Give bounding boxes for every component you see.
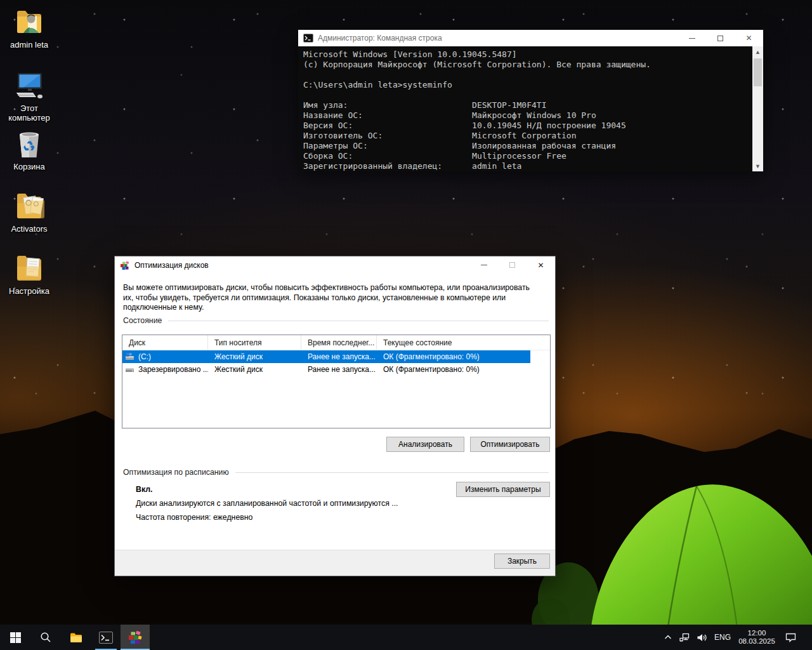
scroll-down-icon[interactable]: ▼ xyxy=(752,161,763,171)
cmd-console[interactable]: Microsoft Windows [Version 10.0.19045.54… xyxy=(298,46,752,171)
cmd-window: Администратор: Командная строка ✕ Micros… xyxy=(298,30,763,171)
analyze-button[interactable]: Анализировать xyxy=(386,437,464,452)
console-line xyxy=(303,90,752,100)
optimize-button[interactable]: Оптимизировать xyxy=(470,437,550,452)
table-row-drive-c[interactable]: (C:) Жесткий диск Ранее не запуска... ОК… xyxy=(122,350,530,363)
change-settings-button[interactable]: Изменить параметры xyxy=(456,482,550,497)
console-line: Сборка ОС: Multiprocessor Free xyxy=(303,151,752,161)
action-center-icon xyxy=(785,632,796,642)
cmd-icon xyxy=(303,33,313,43)
search-icon xyxy=(40,632,51,643)
dialog-body: Вы можете оптимизировать диски, чтобы по… xyxy=(115,274,555,550)
folder-gears-icon xyxy=(14,190,44,222)
windows-logo-icon xyxy=(10,632,21,643)
dialog-description: Вы можете оптимизировать диски, чтобы по… xyxy=(123,283,534,313)
defrag-taskbar-icon xyxy=(128,630,143,645)
folder-document-icon xyxy=(14,253,44,284)
cmd-taskbar-icon xyxy=(99,632,113,644)
desktop-icon-admin-leta[interactable]: admin leta xyxy=(0,6,58,50)
taskbar-cmd-button[interactable] xyxy=(91,625,121,650)
defrag-icon xyxy=(120,260,130,270)
desktop-icon-recycle-bin[interactable]: Корзина xyxy=(0,128,58,171)
scrollbar-thumb[interactable] xyxy=(754,58,762,86)
dialog-title: Оптимизация дисков xyxy=(134,261,209,270)
tray-chevron-button[interactable] xyxy=(660,625,676,650)
desktop-icon-activators[interactable]: Activators xyxy=(0,190,58,234)
this-pc-icon xyxy=(13,71,45,102)
cell-last-run: Ранее не запуска... xyxy=(301,352,377,361)
action-center-button[interactable] xyxy=(779,625,802,650)
tray-clock[interactable]: 12:00 08.03.2025 xyxy=(735,625,779,650)
tray-language-button[interactable]: ENG xyxy=(710,625,735,650)
column-header-current-status[interactable]: Текущее состояние xyxy=(377,335,550,350)
status-section-label: Состояние xyxy=(123,316,162,325)
desktop-icon-this-pc[interactable]: Этот компьютер xyxy=(0,71,58,123)
desktop-icon-label: Настройка xyxy=(9,286,49,296)
cell-last-run: Ранее не запуска... xyxy=(301,365,377,374)
column-header-disk[interactable]: Диск xyxy=(122,335,208,350)
cell-media-type: Жесткий диск xyxy=(208,352,301,361)
file-explorer-icon xyxy=(70,632,82,643)
console-line: C:\Users\admin leta>systeminfo xyxy=(303,80,752,90)
console-line: Изготовитель ОС: Microsoft Corporation xyxy=(303,131,752,141)
dialog-maximize-button xyxy=(498,256,527,274)
tray-volume-button[interactable] xyxy=(693,625,710,650)
divider xyxy=(235,472,549,473)
desktop-icon-label: admin leta xyxy=(10,40,48,50)
start-button[interactable] xyxy=(0,625,30,650)
desktop-icon-nastroyka[interactable]: Настройка xyxy=(0,253,58,296)
cmd-window-title: Администратор: Командная строка xyxy=(318,34,442,43)
console-line: Зарегистрированный владелец: admin leta xyxy=(303,161,752,171)
tray-network-button[interactable] xyxy=(676,625,693,650)
dialog-titlebar[interactable]: Оптимизация дисков ✕ xyxy=(115,256,555,274)
cmd-titlebar[interactable]: Администратор: Командная строка ✕ xyxy=(298,30,763,46)
dialog-minimize-button[interactable] xyxy=(469,256,498,274)
disk-table-header: Диск Тип носителя Время последнег... Тек… xyxy=(122,335,550,350)
console-line: Параметры ОС: Изолированная рабочая стан… xyxy=(303,141,752,151)
table-row-reserved[interactable]: Зарезервировано ... Жесткий диск Ранее н… xyxy=(122,363,550,376)
cell-media-type: Жесткий диск xyxy=(208,365,301,374)
schedule-status: Вкл. xyxy=(136,485,152,494)
scroll-up-icon[interactable]: ▲ xyxy=(752,46,763,57)
console-line: Имя узла: DESKTOP-1M0F4TI xyxy=(303,100,752,110)
taskbar-spacer xyxy=(150,625,660,650)
system-tray: ENG 12:00 08.03.2025 xyxy=(660,625,812,650)
close-button[interactable]: Закрыть xyxy=(494,554,550,569)
file-explorer-button[interactable] xyxy=(61,625,91,650)
schedule-description: Диски анализируются с запланированной ча… xyxy=(136,499,398,508)
disk-table: Диск Тип носителя Время последнег... Тек… xyxy=(122,335,551,428)
search-button[interactable] xyxy=(30,625,61,650)
taskbar-defrag-button[interactable] xyxy=(121,625,150,650)
tray-date: 08.03.2025 xyxy=(738,637,775,646)
network-icon xyxy=(679,632,690,642)
cmd-close-button[interactable]: ✕ xyxy=(735,30,763,46)
column-header-last-run[interactable]: Время последнег... xyxy=(301,335,377,350)
tray-time: 12:00 xyxy=(748,629,766,637)
console-line: Версия ОС: 10.0.19045 Н/Д построение 190… xyxy=(303,121,752,131)
schedule-section-label: Оптимизация по расписанию xyxy=(123,468,229,477)
desktop-icon-label: Корзина xyxy=(13,162,45,171)
dialog-close-button[interactable]: ✕ xyxy=(527,256,555,274)
cell-disk: Зарезервировано ... xyxy=(138,365,208,374)
volume-icon xyxy=(697,633,707,642)
chevron-up-icon xyxy=(664,633,672,642)
desktop-icon-label: Activators xyxy=(11,224,47,234)
schedule-frequency: Частота повторения: ежедневно xyxy=(136,513,252,522)
user-folder-icon xyxy=(14,6,44,38)
column-header-media-type[interactable]: Тип носителя xyxy=(208,335,301,350)
optimize-drives-dialog: Оптимизация дисков ✕ Вы можете оптимизир… xyxy=(114,256,556,576)
dialog-footer: Закрыть xyxy=(115,550,555,576)
cell-disk: (C:) xyxy=(138,352,151,361)
divider xyxy=(168,321,549,321)
console-line: Название ОС: Майкрософт Windows 10 Pro xyxy=(303,110,752,121)
cell-status: ОК (Фрагментировано: 0%) xyxy=(377,365,550,374)
console-line: Microsoft Windows [Version 10.0.19045.54… xyxy=(303,50,752,60)
taskbar: ENG 12:00 08.03.2025 xyxy=(0,625,812,650)
console-line xyxy=(303,70,752,80)
cell-status: ОК (Фрагментировано: 0%) xyxy=(377,352,530,361)
hard-drive-icon xyxy=(125,352,135,361)
cmd-minimize-button[interactable] xyxy=(678,30,706,46)
cmd-scrollbar[interactable]: ▲ ▼ xyxy=(752,46,763,171)
cmd-maximize-button[interactable] xyxy=(706,30,735,46)
desktop: admin leta Этот компьютер Корзина xyxy=(0,0,812,650)
